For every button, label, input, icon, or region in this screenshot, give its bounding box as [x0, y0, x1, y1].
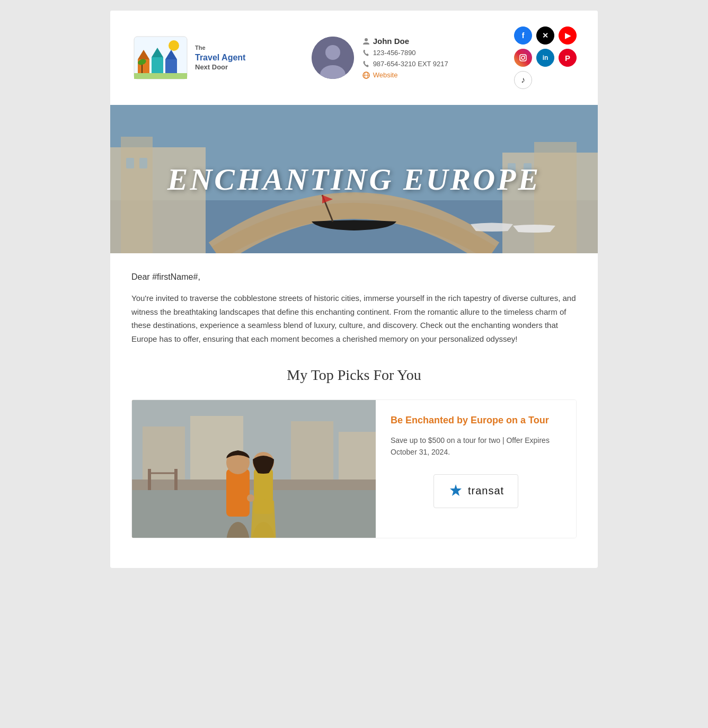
pinterest-button[interactable]: P	[559, 49, 577, 67]
transat-brand-text: transat	[468, 485, 504, 497]
svg-point-48	[247, 494, 254, 502]
agent-phone2: 987-654-3210 EXT 9217	[362, 60, 448, 68]
card-image	[132, 400, 376, 538]
svg-rect-30	[126, 158, 134, 168]
svg-rect-6	[165, 59, 177, 73]
twitter-button[interactable]: ✕	[536, 26, 554, 45]
phone-icon-1	[362, 49, 370, 57]
svg-rect-43	[226, 469, 250, 517]
brand-logo-icon: TAND	[131, 34, 190, 82]
tiktok-button[interactable]: ♪	[514, 71, 532, 89]
person-icon	[362, 38, 370, 45]
svg-rect-31	[139, 158, 147, 168]
svg-rect-39	[291, 421, 333, 480]
card-title: Be Enchanted by Europe on a Tour	[391, 415, 561, 426]
logo-text: The Travel Agent Next Door	[195, 43, 245, 73]
svg-point-20	[521, 56, 525, 59]
email-container: TAND The Travel Agent Next Door	[110, 11, 598, 568]
svg-rect-49	[148, 469, 151, 490]
header: TAND The Travel Agent Next Door	[110, 11, 598, 105]
greeting-text: Dear #firstName#,	[131, 272, 577, 282]
svg-rect-40	[339, 432, 376, 480]
svg-rect-19	[520, 55, 526, 61]
card-row: Be Enchanted by Europe on a Tour Save up…	[131, 399, 577, 538]
youtube-button[interactable]: ▶	[559, 26, 577, 45]
email-body: Dear #firstName#, You're invited to trav…	[110, 253, 598, 568]
card-scene	[132, 400, 376, 538]
social-row-mid: in P	[514, 49, 577, 67]
svg-rect-10	[134, 73, 187, 79]
facebook-button[interactable]: f	[514, 26, 532, 45]
instagram-icon	[519, 54, 527, 62]
svg-point-15	[365, 38, 368, 41]
logo-text-area: The Travel Agent Next Door	[195, 43, 245, 73]
social-row-bot: ♪	[514, 71, 577, 89]
svg-point-21	[525, 56, 526, 57]
svg-rect-25	[121, 137, 153, 253]
logo-area: TAND The Travel Agent Next Door	[131, 34, 245, 82]
svg-point-13	[325, 45, 340, 60]
svg-rect-50	[174, 469, 178, 490]
globe-icon	[362, 72, 370, 79]
svg-rect-27	[534, 142, 577, 253]
agent-name: John Doe	[362, 37, 448, 46]
transat-star-icon	[448, 483, 464, 499]
card-description: Save up to $500 on a tour for two | Offe…	[391, 434, 561, 458]
agent-phone1: 123-456-7890	[362, 49, 448, 57]
transat-logo: transat	[448, 483, 504, 499]
svg-point-1	[169, 40, 179, 51]
phone-icon-2	[362, 60, 370, 68]
svg-rect-4	[152, 57, 163, 73]
linkedin-button[interactable]: in	[536, 49, 554, 67]
instagram-button[interactable]	[514, 49, 532, 67]
contact-details: John Doe 123-456-7890 987-654-3210 EXT 9…	[362, 37, 448, 79]
social-icons: f ✕ ▶ in	[514, 26, 577, 89]
agent-website[interactable]: Website	[362, 71, 448, 79]
body-paragraph: You're invited to traverse the cobblesto…	[131, 291, 577, 345]
card-details: Be Enchanted by Europe on a Tour Save up…	[376, 400, 576, 538]
transat-logo-area[interactable]: transat	[433, 474, 518, 508]
avatar	[312, 37, 354, 79]
agent-info: John Doe 123-456-7890 987-654-3210 EXT 9…	[312, 37, 448, 79]
hero-banner: ENCHANTING EUROPE	[110, 105, 598, 253]
social-row-top: f ✕ ▶	[514, 26, 577, 45]
hero-title: ENCHANTING EUROPE	[167, 162, 541, 197]
top-picks-heading: My Top Picks For You	[131, 367, 577, 384]
